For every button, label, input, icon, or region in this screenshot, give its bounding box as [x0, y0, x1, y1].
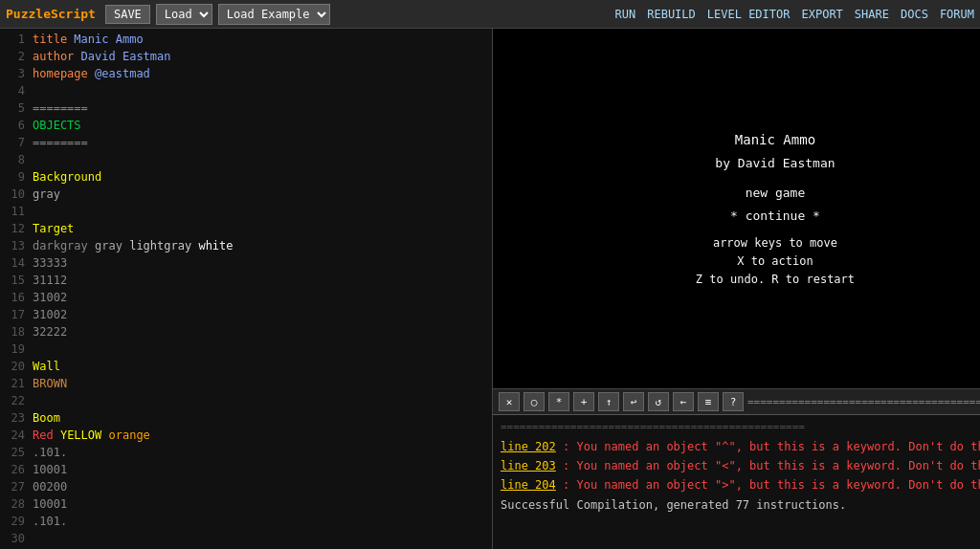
star-button[interactable]: *: [548, 392, 569, 411]
line-number: 12: [4, 220, 25, 237]
return-button[interactable]: ↩: [623, 392, 644, 411]
nav-links: RUN REBUILD LEVEL EDITOR EXPORT SHARE DO…: [615, 8, 974, 21]
code-line-13: 13darkgray gray lightgray white: [0, 237, 492, 254]
up-button[interactable]: ↑: [598, 392, 619, 411]
code-line-10: 10gray: [0, 186, 492, 203]
line-content: 33333: [33, 254, 67, 272]
code-line-2: 2author David Eastman: [0, 48, 492, 65]
close-button[interactable]: ✕: [499, 392, 520, 411]
left-button[interactable]: ←: [673, 392, 694, 411]
code-line-30: 30: [0, 530, 492, 547]
line-content: Boom: [33, 409, 60, 427]
line-content: homepage @eastmad: [33, 65, 150, 82]
code-editor[interactable]: 1title Manic Ammo2author David Eastman3h…: [0, 29, 493, 549]
line-reference: line 202: [501, 440, 556, 453]
line-number: 25: [4, 444, 25, 461]
line-number: 2: [4, 48, 25, 65]
code-line-25: 25.101.: [0, 444, 492, 461]
line-number: 11: [4, 203, 25, 220]
game-instructions: arrow keys to move X to action Z to undo…: [696, 234, 855, 290]
load-select[interactable]: Load: [156, 4, 212, 25]
line-number: 9: [4, 168, 25, 186]
game-content: Manic Ammo by David Eastman new game * c…: [696, 128, 855, 290]
line-content: 10001: [33, 495, 67, 513]
run-link[interactable]: RUN: [615, 8, 636, 21]
forum-link[interactable]: FORUM: [940, 8, 974, 21]
line-number: 16: [4, 289, 25, 306]
line-number: 8: [4, 151, 25, 168]
code-line-15: 1531112: [0, 272, 492, 289]
line-number: 1: [4, 31, 25, 48]
console-toolbar: ✕ ○ * + ↑ ↩ ↺ ← ≡ ? ====================…: [493, 388, 980, 415]
save-button[interactable]: SAVE: [105, 5, 150, 24]
game-title: Manic Ammo: [696, 128, 855, 152]
line-content: .101.: [33, 513, 67, 530]
game-new-game[interactable]: new game: [696, 182, 855, 204]
console-output[interactable]: ========================================…: [493, 415, 980, 549]
warn-message: : You named an object "<", but this is a…: [556, 459, 980, 472]
right-panel: Manic Ammo by David Eastman new game * c…: [493, 29, 980, 549]
line-content: Target: [33, 220, 74, 237]
game-continue[interactable]: * continue *: [696, 205, 855, 227]
line-reference: line 204: [501, 478, 556, 492]
code-line-23: 23Boom: [0, 409, 492, 427]
plus-button[interactable]: +: [573, 392, 594, 411]
logo: PuzzleScript: [6, 7, 96, 21]
console-eq-line: ========================================…: [501, 419, 980, 437]
line-number: 13: [4, 237, 25, 254]
warn-message: : You named an object "^", but this is a…: [556, 440, 980, 453]
code-line-9: 9Background: [0, 168, 492, 186]
load-example-select[interactable]: Load Example: [218, 4, 330, 25]
line-number: 15: [4, 272, 25, 289]
toolbar-eq-line: ========================================…: [747, 396, 980, 408]
code-line-1: 1title Manic Ammo: [0, 31, 492, 48]
code-line-26: 2610001: [0, 461, 492, 478]
line-number: 5: [4, 99, 25, 117]
line-number: 4: [4, 82, 25, 99]
line-number: 3: [4, 65, 25, 82]
line-number: 6: [4, 117, 25, 134]
code-line-29: 29.101.: [0, 513, 492, 530]
code-line-7: 7========: [0, 134, 492, 151]
line-number: 20: [4, 358, 25, 375]
code-line-18: 1832222: [0, 323, 492, 340]
share-link[interactable]: SHARE: [855, 8, 889, 21]
line-content: ========: [33, 134, 88, 151]
docs-link[interactable]: DOCS: [901, 8, 928, 21]
line-number: 14: [4, 254, 25, 272]
console-success-line: Successful Compilation, generated 77 ins…: [501, 495, 980, 515]
line-content: 31002: [33, 289, 67, 306]
line-content: .101.: [33, 444, 67, 461]
export-link[interactable]: EXPORT: [801, 8, 842, 21]
line-content: Red YELLOW orange: [33, 427, 150, 444]
line-number: 18: [4, 323, 25, 340]
line-content: 10001: [33, 461, 67, 478]
line-content: Background: [33, 168, 101, 186]
line-number: 27: [4, 478, 25, 495]
code-line-5: 5========: [0, 99, 492, 117]
line-number: 10: [4, 186, 25, 203]
code-line-11: 11: [0, 203, 492, 220]
line-number: 7: [4, 134, 25, 151]
menu-button[interactable]: ≡: [698, 392, 719, 411]
line-reference: line 203: [501, 459, 556, 472]
line-number: 28: [4, 495, 25, 513]
code-line-19: 19: [0, 340, 492, 358]
line-content: 00200: [33, 478, 67, 495]
line-content: ========: [33, 99, 88, 117]
line-number: 22: [4, 392, 25, 409]
line-content: OBJECTS: [33, 117, 81, 134]
rebuild-link[interactable]: REBUILD: [647, 8, 696, 21]
code-line-6: 6OBJECTS: [0, 117, 492, 134]
level-editor-link[interactable]: LEVEL EDITOR: [707, 8, 791, 21]
help-button[interactable]: ?: [723, 392, 744, 411]
circle-button[interactable]: ○: [523, 392, 545, 411]
line-content: author David Eastman: [33, 48, 171, 65]
line-content: title Manic Ammo: [33, 31, 144, 48]
code-line-22: 22: [0, 392, 492, 409]
console-warn-line: line 202 : You named an object "^", but …: [501, 437, 980, 456]
undo-button[interactable]: ↺: [648, 392, 669, 411]
code-line-14: 1433333: [0, 254, 492, 272]
topbar: PuzzleScript SAVE Load Load Example RUN …: [0, 0, 980, 29]
line-content: 32222: [33, 323, 67, 340]
